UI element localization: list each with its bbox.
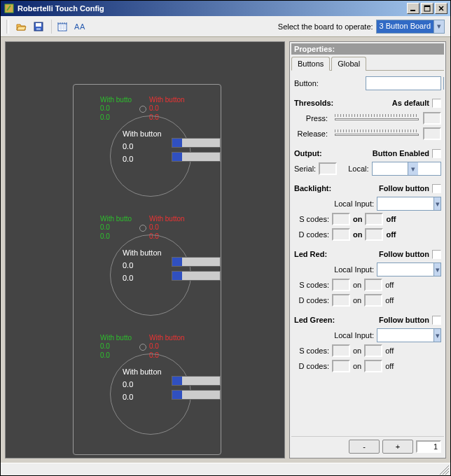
chevron-down-icon[interactable]: ▾ [433, 20, 444, 33]
green-v2: 0.0 [100, 113, 110, 121]
backlight-follow-checkbox[interactable] [432, 184, 441, 193]
as-default-checkbox[interactable] [432, 99, 441, 108]
on-label: on [353, 362, 361, 370]
off-label: off [385, 296, 394, 304]
ledred-follow-checkbox[interactable] [432, 250, 441, 259]
ledred-localinput-select[interactable]: ▾ [377, 262, 441, 276]
titlebar: Robertelli Touch Config [1, 1, 450, 16]
green-v1: 0.0 [100, 342, 110, 350]
maximize-button[interactable] [421, 3, 433, 14]
white-v2: 0.0 [123, 155, 133, 163]
red-label: With button [149, 334, 185, 342]
backlight-dcodes-label: D codes: [294, 230, 329, 239]
chevron-down-icon[interactable]: ▾ [433, 197, 440, 210]
tab-global[interactable]: Global [331, 57, 366, 71]
plus-button[interactable]: + [382, 440, 413, 454]
green-label: With butto [100, 96, 132, 104]
button-enabled-label: Button Enabled [373, 149, 429, 158]
board-button-3[interactable]: With butto 0.0 0.0 With button 0.0 0.0 W… [96, 334, 278, 439]
button-select[interactable]: ▾ [366, 76, 441, 90]
chevron-down-icon[interactable]: ▾ [408, 162, 418, 175]
backlight-localinput-label: Local Input: [334, 200, 374, 208]
white-label: With button [123, 248, 162, 257]
ledred-localinput-label: Local Input: [334, 265, 374, 274]
ledred-s-off-input[interactable] [364, 279, 382, 291]
local-label: Local: [348, 164, 368, 173]
backlight-localinput-select[interactable]: ▾ [377, 197, 441, 211]
local-select[interactable]: ▾ [372, 162, 441, 176]
ledred-title: Led Red: [294, 250, 327, 258]
resize-grip-icon[interactable] [439, 465, 449, 475]
off-label: off [385, 362, 394, 370]
on-label: on [353, 230, 362, 239]
white-v1: 0.0 [123, 261, 133, 270]
save-button[interactable] [31, 19, 46, 34]
white-v1: 0.0 [123, 142, 133, 150]
svg-rect-6 [36, 28, 41, 30]
red-v1: 0.0 [149, 342, 159, 350]
minimize-button[interactable] [407, 3, 419, 14]
ledred-follow-label: Follow button [379, 250, 429, 258]
ledgreen-scodes-label: S codes: [294, 346, 329, 355]
button-enabled-checkbox[interactable] [432, 149, 441, 158]
green-v1: 0.0 [100, 223, 110, 231]
ledgreen-follow-checkbox[interactable] [432, 316, 441, 325]
calendar-button[interactable] [55, 19, 70, 34]
serial-label: Serial: [294, 164, 316, 173]
board-button-2[interactable]: With butto 0.0 0.0 With button 0.0 0.0 W… [96, 215, 278, 320]
toolbar: AA Select the board to operate: 3 Button… [1, 16, 450, 37]
ledred-s-on-input[interactable] [332, 279, 350, 291]
green-v1: 0.0 [100, 104, 110, 112]
board-select[interactable]: 3 Button Board ▾ [376, 20, 445, 34]
tab-buttons[interactable]: Buttons [291, 57, 330, 71]
release-value[interactable] [423, 127, 441, 140]
ledred-scodes-label: S codes: [294, 281, 329, 289]
ledgreen-s-on-input[interactable] [332, 344, 350, 357]
toolbar-grip [6, 20, 9, 34]
open-button[interactable] [13, 19, 29, 34]
serial-input[interactable] [319, 162, 337, 175]
ledgreen-d-off-input[interactable] [364, 360, 382, 372]
backlight-follow-label: Follow button [379, 184, 429, 192]
progress-bar-2 [172, 152, 221, 162]
chevron-down-icon[interactable]: ▾ [433, 263, 440, 276]
off-label: off [386, 215, 396, 223]
off-label: off [385, 281, 394, 289]
green-label: With butto [100, 215, 132, 223]
press-value[interactable] [423, 112, 441, 125]
release-slider[interactable] [333, 127, 420, 141]
properties-panel: Properties: Buttons Global Button: ▾ Thr… [289, 41, 446, 458]
ledred-d-off-input[interactable] [364, 294, 382, 307]
tabs: Buttons Global [291, 56, 444, 71]
on-label: on [353, 296, 361, 304]
board-button-1[interactable]: With butto 0.0 0.0 With button 0.0 0.0 W… [96, 96, 278, 201]
ledgreen-localinput-select[interactable]: ▾ [377, 328, 441, 342]
backlight-d-on-input[interactable] [332, 228, 350, 241]
white-label: With button [123, 368, 162, 376]
minus-button[interactable]: - [349, 440, 380, 454]
off-label: off [385, 346, 394, 355]
ledred-d-on-input[interactable] [332, 294, 350, 307]
board-select-value: 3 Button Board [377, 20, 433, 33]
backlight-s-off-input[interactable] [365, 213, 383, 225]
ledgreen-d-on-input[interactable] [332, 360, 350, 372]
svg-rect-5 [36, 23, 41, 27]
font-button[interactable]: AA [72, 19, 88, 34]
statusbar [1, 463, 450, 475]
close-button[interactable] [435, 3, 447, 14]
progress-bar-1 [172, 257, 221, 267]
chevron-down-icon[interactable]: ▾ [433, 329, 440, 342]
count-input[interactable]: 1 [416, 440, 441, 453]
backlight-s-on-input[interactable] [332, 213, 350, 225]
red-label: With button [149, 215, 185, 223]
button-select-value [366, 77, 443, 90]
ledgreen-s-off-input[interactable] [364, 344, 382, 357]
press-slider[interactable] [333, 111, 420, 125]
properties-body: Button: ▾ Thresolds: As default Press: [291, 75, 444, 436]
svg-rect-3 [424, 6, 430, 7]
backlight-title: Backlight: [294, 184, 331, 192]
chevron-down-icon[interactable]: ▾ [443, 77, 444, 90]
content: With butto 0.0 0.0 With button 0.0 0.0 W… [1, 37, 450, 463]
backlight-d-off-input[interactable] [365, 228, 383, 241]
press-label: Press: [294, 114, 328, 122]
